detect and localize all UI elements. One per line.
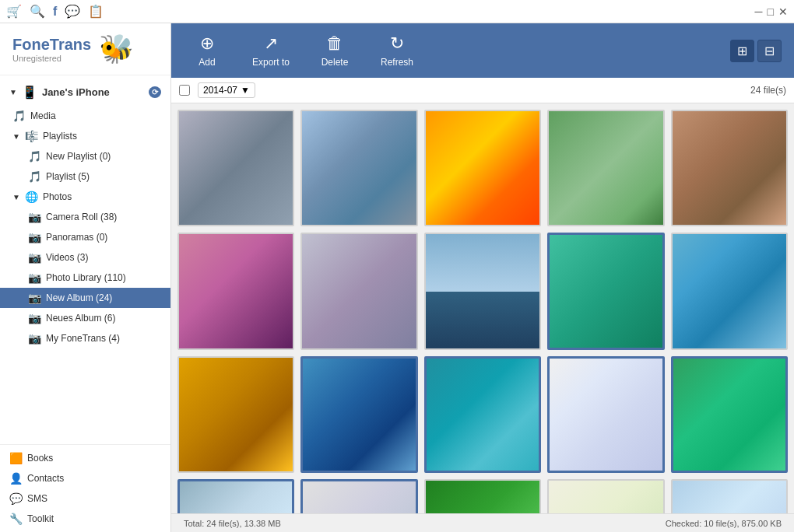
videos-icon: 📷 <box>28 251 41 264</box>
photo-item[interactable] <box>300 110 417 226</box>
sidebar-item-media[interactable]: 🎵 Media <box>0 106 170 126</box>
title-bar-icons: 🛒 🔍 f 💬 📋 <box>6 4 104 19</box>
sidebar-item-videos[interactable]: 📷 Videos (3) <box>0 247 170 268</box>
status-bar: Total: 24 file(s), 13.38 MB Checked: 10 … <box>171 513 794 532</box>
photo-item[interactable] <box>547 356 664 473</box>
app-name: FoneTrans <box>12 36 91 54</box>
sidebar-item-neues-album[interactable]: 📷 Neues Album (6) <box>0 308 170 328</box>
playlists-icon: 🎼 <box>25 130 38 142</box>
photo-item[interactable] <box>424 479 541 513</box>
photo-item[interactable] <box>671 479 788 513</box>
date-dropdown[interactable]: 2014-07 ▼ <box>198 82 255 98</box>
export-button[interactable]: ↗ Export to <box>246 30 296 71</box>
photo-library-icon: 📷 <box>28 271 41 284</box>
chat-icon[interactable]: 💬 <box>65 4 80 19</box>
sidebar-item-myfonetrans[interactable]: 📷 My FoneTrans (4) <box>0 328 170 348</box>
minimize-button[interactable]: ─ <box>755 5 763 18</box>
sidebar-item-camera-roll[interactable]: 📷 Camera Roll (38) <box>0 207 170 227</box>
device-icon: 📱 <box>22 85 37 100</box>
sidebar-tree: ▼ 📱 Jane's iPhone ⟳ 🎵 Media ▼ 🎼 Playlist… <box>0 75 170 444</box>
sidebar-item-new-playlist[interactable]: 🎵 New Playlist (0) <box>0 146 170 166</box>
photo-item[interactable] <box>671 110 788 226</box>
status-right: Checked: 10 file(s), 875.00 KB <box>666 519 782 528</box>
photo-item[interactable] <box>177 479 294 513</box>
device-caret: ▼ <box>9 88 17 96</box>
panoramas-label: Panoramas (0) <box>46 232 107 243</box>
delete-label: Delete <box>321 57 349 68</box>
add-button[interactable]: ⊕ Add <box>184 30 230 71</box>
playlists-caret: ▼ <box>12 132 20 141</box>
delete-button[interactable]: 🗑 Delete <box>311 30 358 71</box>
photo-item[interactable] <box>300 356 417 473</box>
playlist5-icon: 🎵 <box>28 170 41 183</box>
neues-album-label: Neues Album (6) <box>46 313 115 324</box>
new-playlist-label: New Playlist (0) <box>46 151 111 162</box>
photo-item[interactable] <box>547 233 664 349</box>
photo-item[interactable] <box>547 110 664 226</box>
photo-item[interactable] <box>177 233 294 349</box>
photos-icon: 🌐 <box>25 191 38 203</box>
playlists-label: Playlists <box>43 131 77 142</box>
sidebar-item-photos[interactable]: ▼ 🌐 Photos <box>0 187 170 207</box>
new-playlist-icon: 🎵 <box>28 150 41 163</box>
status-left: Total: 24 file(s), 13.38 MB <box>184 519 281 528</box>
photo-item[interactable] <box>177 356 294 473</box>
sidebar-item-contacts[interactable]: 👤 Contacts <box>0 468 170 488</box>
refresh-button[interactable]: ↻ Refresh <box>374 30 420 71</box>
books-icon: 🟧 <box>9 452 23 464</box>
grid-view-button[interactable]: ⊞ <box>730 40 754 62</box>
date-value: 2014-07 <box>203 85 237 96</box>
search-icon[interactable]: 🔍 <box>30 4 45 19</box>
photo-item[interactable] <box>424 233 541 349</box>
sidebar-item-sms[interactable]: 💬 SMS <box>0 488 170 509</box>
cart-icon[interactable]: 🛒 <box>6 4 22 19</box>
photo-item[interactable] <box>300 233 417 349</box>
photo-grid <box>177 110 788 513</box>
photo-item[interactable] <box>671 233 788 349</box>
export-icon: ↗ <box>264 33 278 54</box>
clipboard-icon[interactable]: 📋 <box>88 4 104 19</box>
close-button[interactable]: ✕ <box>778 5 788 18</box>
videos-label: Videos (3) <box>46 252 88 263</box>
books-label: Books <box>27 453 53 464</box>
content-area: ⊕ Add ↗ Export to 🗑 Delete ↻ Refresh ⊞ ⊟ <box>171 23 794 532</box>
app-registered: Unregistered <box>12 54 91 63</box>
view-toggles: ⊞ ⊟ <box>730 40 782 62</box>
photo-library-label: Photo Library (110) <box>46 272 126 283</box>
sidebar-item-new-album[interactable]: 📷 New Album (24) <box>0 288 170 308</box>
photo-item[interactable] <box>300 479 417 513</box>
select-all-checkbox[interactable] <box>179 85 190 96</box>
photo-item[interactable] <box>424 356 541 473</box>
new-album-label: New Album (24) <box>46 292 112 303</box>
sync-icon[interactable]: ⟳ <box>149 86 161 98</box>
camera-roll-label: Camera Roll (38) <box>46 212 117 222</box>
media-icon: 🎵 <box>12 110 26 122</box>
list-view-button[interactable]: ⊟ <box>757 40 782 62</box>
photos-label: Photos <box>43 191 72 202</box>
bee-logo: 🐝 <box>99 33 134 65</box>
sidebar-item-photo-library[interactable]: 📷 Photo Library (110) <box>0 268 170 288</box>
export-label: Export to <box>252 57 290 68</box>
sms-label: SMS <box>27 493 47 504</box>
sidebar-item-playlist5[interactable]: 🎵 Playlist (5) <box>0 166 170 187</box>
facebook-icon[interactable]: f <box>53 5 57 19</box>
neues-album-icon: 📷 <box>28 312 41 324</box>
photo-item[interactable] <box>424 110 541 226</box>
photo-item[interactable] <box>671 356 788 473</box>
add-icon: ⊕ <box>200 33 214 54</box>
sidebar-header: FoneTrans Unregistered 🐝 <box>0 23 170 75</box>
panoramas-icon: 📷 <box>28 231 41 243</box>
sidebar-item-books[interactable]: 🟧 Books <box>0 448 170 468</box>
file-count: 24 file(s) <box>750 85 786 96</box>
media-label: Media <box>30 110 56 121</box>
photo-grid-container[interactable] <box>171 103 794 513</box>
add-label: Add <box>198 57 215 68</box>
photo-item[interactable] <box>547 479 664 513</box>
sidebar-device[interactable]: ▼ 📱 Jane's iPhone ⟳ <box>0 79 170 106</box>
photo-item[interactable] <box>177 110 294 226</box>
sidebar-item-playlists[interactable]: ▼ 🎼 Playlists <box>0 126 170 146</box>
sidebar-bottom: 🟧 Books 👤 Contacts 💬 SMS 🔧 Toolkit <box>0 444 170 532</box>
sidebar-item-toolkit[interactable]: 🔧 Toolkit <box>0 509 170 529</box>
maximize-button[interactable]: □ <box>768 5 774 18</box>
sidebar-item-panoramas[interactable]: 📷 Panoramas (0) <box>0 227 170 247</box>
